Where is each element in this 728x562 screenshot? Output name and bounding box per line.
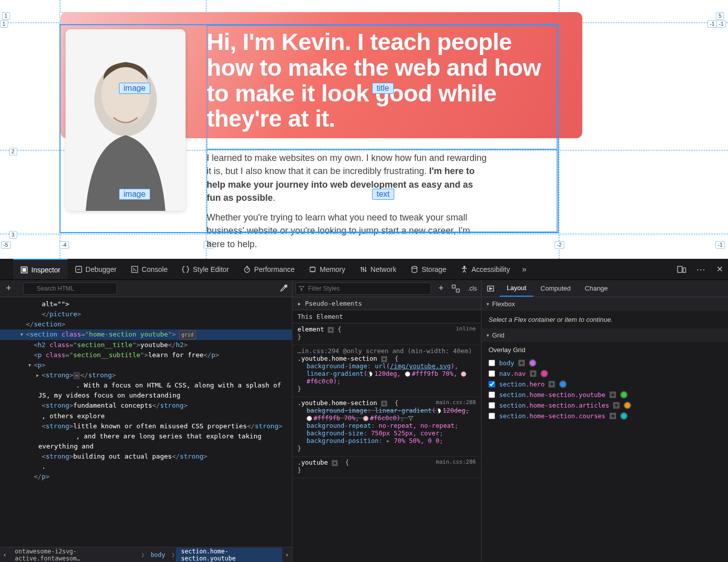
grid-num: 5 — [716, 12, 724, 20]
grid-num: -5 — [1, 241, 11, 249]
hero-title: Hi, I'm Kevin. I teach people how to mak… — [207, 29, 555, 132]
highlight-label-image: image — [119, 83, 150, 94]
grid-num: -4 — [59, 241, 69, 249]
grid-num: 2 — [9, 148, 17, 155]
grid-num: -1 — [715, 241, 725, 249]
grid-num: -1 — [707, 20, 717, 28]
page-viewport: 1 2 3 4 5 1 -1 2 3 -5 -4 -3 -2 -1 -1 Hi,… — [0, 0, 728, 259]
highlight-label-image: image — [119, 189, 150, 200]
grid-num: 3 — [9, 231, 17, 239]
highlight-label-text: text — [372, 189, 394, 200]
grid-num: -2 — [555, 241, 564, 249]
portrait-placeholder-icon — [66, 29, 186, 211]
grid-num: 1 — [2, 12, 10, 20]
grid-num: -1 — [716, 20, 726, 28]
hero-portrait — [66, 29, 186, 211]
grid-num: 1 — [0, 20, 8, 28]
highlight-label-title: title — [372, 83, 394, 94]
hero-text-p2: Whether you're trying to learn what you … — [207, 211, 489, 251]
hero-text: I learned to make websites on my own. I … — [207, 151, 489, 251]
